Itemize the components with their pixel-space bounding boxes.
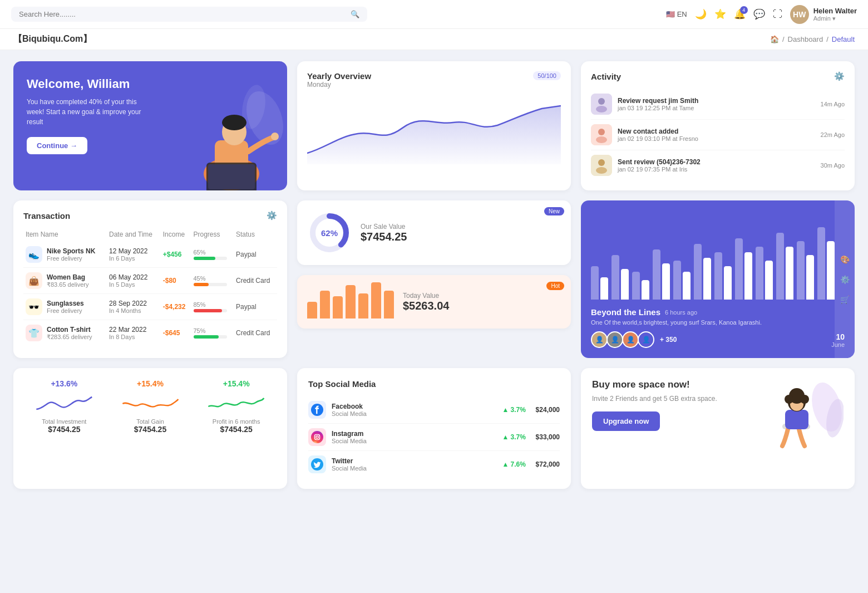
avatar-2: 👤 [606,331,623,348]
table-row-0: 👟 Nike Sports NK Free delivery 12 May 20… [23,242,277,268]
bar-light-9 [776,233,784,300]
activity-time-2: 30m Ago [821,162,845,169]
social-amount-1: $33,000 [536,433,560,441]
donut-label: 62% [321,228,338,238]
mini-bar-1 [307,302,317,318]
yearly-subtitle: Monday [307,81,371,89]
side-action-cart[interactable]: 🛒 [840,295,850,304]
transaction-settings-icon[interactable]: ⚙️ [267,210,277,220]
beyond-desc: One Of the world,s brightest, young surf… [591,319,845,326]
social-pct-1: ▲ 3.7% [502,433,530,441]
cell-date-1: 06 May 2022 In 5 Days [107,268,161,294]
beyond-plus-count: + 350 [660,336,677,344]
beyond-info: Beyond the Lines 6 hours ago One Of the … [591,307,845,348]
promo-desc: Invite 2 Friends and get 5 GB extra spac… [592,395,759,403]
side-action-palette[interactable]: 🎨 [840,255,850,264]
bar-group-2 [632,272,649,300]
income-0: +$456 [163,251,182,258]
notification-badge: 4 [740,6,748,14]
bar-white-11 [827,241,835,300]
avatar-1: 👤 [591,331,608,348]
search-bar[interactable]: 🔍 [11,7,367,22]
sale-amount: $7454.25 [361,231,407,243]
social-title: Top Social Media [308,379,560,389]
bar-light-8 [756,247,763,300]
activity-item-0: Review request jim Smith jan 03 19 12:25… [591,89,845,120]
status-1: Credit Card [236,277,270,285]
yearly-title: Yearly Overview [307,71,371,81]
side-action-settings[interactable]: ⚙️ [840,275,850,284]
today-label: Today Value [403,292,449,300]
home-icon[interactable]: 🏠 [770,35,779,43]
social-info-1: Instagram Social Media [332,430,497,444]
activity-sub-2: jan 02 19 07:35 PM at Iris [618,166,815,173]
social-pct-2: ▲ 7.6% [502,460,530,468]
date-sub-3: In 8 Days [109,334,159,340]
bar-white-3 [662,263,670,300]
bar-white-0 [600,277,608,300]
breadcrumb-bar: 【Biqubiqu.Com】 🏠 / Dashboard / Default [0,29,868,50]
fullscreen-button[interactable]: ⛶ [773,9,782,20]
mini-bar-6 [371,282,381,318]
svg-point-8 [271,133,279,140]
sparkline-0 [24,393,104,415]
progress-bar-1 [194,283,227,286]
bar-light-10 [797,241,805,300]
bar-white-5 [703,258,711,300]
date-2: 28 Sep 2022 [109,300,159,307]
bar-group-10 [797,241,814,300]
mini-bar-3 [333,296,343,318]
activity-thumb-1 [591,124,612,145]
svg-point-11 [596,106,607,112]
progress-bar-3 [194,335,227,339]
sale-info: Our Sale Value $7454.25 [361,223,407,243]
status-2: Paypal [236,303,257,311]
beyond-time: 6 hours ago [665,309,697,316]
lang-text: EN [677,10,687,18]
date-sub-2: In 4 Months [109,307,159,314]
notifications-button[interactable]: 🔔 4 [734,8,746,20]
date-0: 12 May 2022 [109,247,159,255]
dark-mode-toggle[interactable]: 🌙 [695,8,707,20]
messages-button[interactable]: 💬 [753,8,765,20]
stat-profit: +15.4% Profit in 6 months $7454.25 [196,379,276,478]
date-sub-0: In 6 Days [109,255,159,262]
activity-settings-icon[interactable]: ⚙️ [834,71,845,81]
search-input[interactable] [19,10,346,18]
activity-time-0: 14m Ago [821,101,845,107]
upgrade-button[interactable]: Upgrade now [592,411,660,431]
cell-income-0: +$456 [161,242,191,268]
bar-group-3 [653,249,670,300]
continue-button[interactable]: Continue → [27,137,87,154]
item-sub-3: ₹283.65 delivery [47,334,92,341]
favorites-button[interactable]: ⭐ [714,8,726,20]
date-sub-1: In 5 Days [109,281,159,288]
svg-point-7 [222,115,246,130]
stat-investment: +13.6% Total Investment $7454.25 [24,379,104,478]
item-icon-1: 👜 [26,272,42,289]
sparkline-2 [196,393,276,415]
transaction-table: Item Name Date and Time Income Progress … [23,227,277,346]
cell-progress-2: 85% [191,294,234,320]
user-profile[interactable]: HW Helen Walter Admin ▾ [790,5,857,24]
stat-gain: +15.4% Total Gain $7454.25 [111,379,190,478]
bar-light-1 [611,255,619,300]
social-amount-0: $24,000 [536,406,560,414]
breadcrumb-dashboard[interactable]: Dashboard [788,35,823,43]
language-selector[interactable]: 🇺🇸 EN [666,10,687,18]
stat-value-0: $7454.25 [48,425,80,434]
bar-white-10 [806,255,814,300]
bar-light-0 [591,266,599,300]
transaction-title: Transaction [23,211,70,220]
activity-sub-1: jan 02 19 03:10 PM at Fresno [618,135,815,142]
today-mini-bars [307,285,394,318]
cell-income-3: -$645 [161,320,191,346]
bar-group-11 [817,227,835,300]
date-1: 06 May 2022 [109,273,159,281]
facebook-icon [308,401,326,419]
bar-chart-card: Beyond the Lines 6 hours ago One Of the … [581,200,855,358]
mini-bar-2 [320,291,330,318]
bar-group-0 [591,266,608,300]
new-badge: New [544,207,564,215]
social-media-card: Top Social Media Facebook Social Media ▲… [297,368,571,489]
